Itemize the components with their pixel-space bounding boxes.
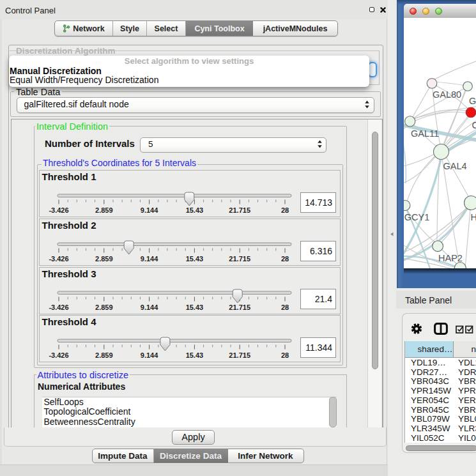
svg-text:GAL4: GAL4 — [443, 161, 466, 171]
svg-text:2.859: 2.859 — [95, 303, 113, 311]
svg-text:15.43: 15.43 — [186, 206, 204, 214]
svg-text:GAL2: GAL2 — [469, 95, 476, 105]
svg-text:HAP2: HAP2 — [438, 252, 463, 263]
svg-text:CRP1: CRP1 — [472, 119, 476, 130]
svg-text:-3.426: -3.426 — [49, 303, 68, 311]
svg-text:2.859: 2.859 — [95, 351, 113, 359]
svg-text:2.859: 2.859 — [95, 255, 113, 263]
svg-text:2.859: 2.859 — [95, 206, 113, 214]
svg-text:GCY1: GCY1 — [404, 212, 429, 222]
svg-text:-3.426: -3.426 — [49, 351, 68, 359]
svg-text:28: 28 — [281, 255, 289, 263]
svg-text:15.43: 15.43 — [186, 255, 204, 263]
svg-text:21.715: 21.715 — [229, 255, 250, 263]
svg-text:9.144: 9.144 — [141, 351, 158, 359]
svg-text:9.144: 9.144 — [141, 206, 158, 214]
svg-text:21.715: 21.715 — [229, 206, 250, 214]
svg-text:9.144: 9.144 — [141, 303, 158, 311]
svg-text:GAL80: GAL80 — [433, 89, 461, 99]
svg-text:15.43: 15.43 — [186, 351, 204, 359]
svg-text:-3.426: -3.426 — [49, 255, 68, 263]
svg-text:GAL11: GAL11 — [411, 128, 439, 139]
svg-text:HIS4: HIS4 — [470, 211, 476, 222]
svg-text:15.43: 15.43 — [186, 303, 204, 311]
svg-text:28: 28 — [281, 303, 289, 311]
svg-text:-3.426: -3.426 — [49, 206, 68, 214]
svg-text:28: 28 — [281, 351, 289, 359]
svg-text:28: 28 — [281, 206, 289, 214]
svg-text:9.144: 9.144 — [141, 255, 158, 263]
svg-text:21.715: 21.715 — [229, 351, 250, 359]
svg-text:21.715: 21.715 — [229, 303, 250, 311]
